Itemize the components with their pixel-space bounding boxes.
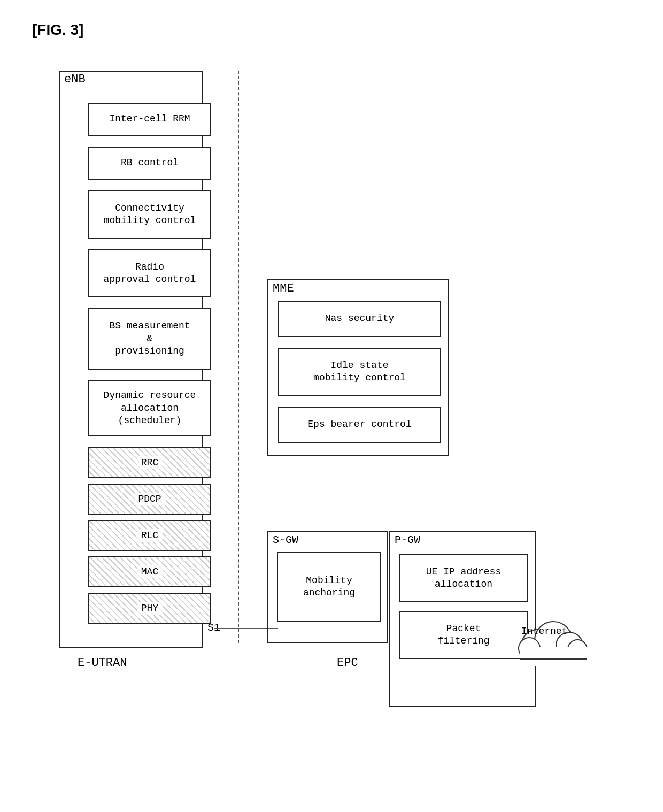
ue-ip-address-label: UE IP address allocation <box>426 566 501 591</box>
s1-dashed-line <box>238 71 239 643</box>
idle-state-label: Idle state mobility control <box>313 359 406 385</box>
radio-approval-label: Radio approval control <box>104 261 196 286</box>
enb-title: eNB <box>64 73 86 86</box>
mac-label: MAC <box>137 565 163 578</box>
eps-bearer-box: Eps bearer control <box>278 407 441 443</box>
nas-security-box: Nas security <box>278 301 441 337</box>
idle-state-box: Idle state mobility control <box>278 348 441 396</box>
packet-filtering-label: Packet filtering <box>437 623 489 648</box>
phy-label: PHY <box>137 602 163 615</box>
page-container: [FIG. 3] eNB Inter-cell RRM RB control C… <box>0 0 663 812</box>
epc-label: EPC <box>337 656 358 670</box>
cloud-svg <box>508 606 591 670</box>
connectivity-mobility-label: Connectivity mobility control <box>104 202 196 227</box>
mobility-anchoring-label: Mobility anchoring <box>303 574 355 600</box>
eps-bearer-label: Eps bearer control <box>307 418 411 431</box>
rlc-label: RLC <box>137 529 163 542</box>
connectivity-mobility-box: Connectivity mobility control <box>88 190 211 239</box>
rb-control-label: RB control <box>121 157 179 169</box>
rb-control-box: RB control <box>88 147 211 180</box>
figure-label: [FIG. 3] <box>32 21 631 39</box>
rrc-box: RRC <box>88 447 211 478</box>
sgw-title: S-GW <box>273 534 298 546</box>
bs-measurement-box: BS measurement & provisioning <box>88 308 211 370</box>
rrc-label: RRC <box>137 456 163 469</box>
eutran-label: E-UTRAN <box>78 656 127 670</box>
pgw-title: P-GW <box>395 534 420 546</box>
ue-ip-address-box: UE IP address allocation <box>399 554 528 602</box>
pdcp-label: PDCP <box>134 493 165 505</box>
internet-cloud: Internet <box>508 606 591 672</box>
bs-measurement-label: BS measurement & provisioning <box>109 320 190 357</box>
mobility-anchoring-box: Mobility anchoring <box>277 552 381 622</box>
nas-security-label: Nas security <box>325 312 395 325</box>
pdcp-box: PDCP <box>88 484 211 515</box>
rlc-box: RLC <box>88 520 211 551</box>
phy-box: PHY <box>88 593 211 624</box>
inter-cell-rrm-box: Inter-cell RRM <box>88 103 211 136</box>
internet-label: Internet <box>521 626 567 637</box>
svg-rect-5 <box>520 647 589 666</box>
radio-approval-box: Radio approval control <box>88 249 211 297</box>
mac-box: MAC <box>88 556 211 587</box>
diagram-area: eNB Inter-cell RRM RB control Connectivi… <box>37 60 626 782</box>
inter-cell-rrm-label: Inter-cell RRM <box>109 113 190 125</box>
dynamic-resource-box: Dynamic resource allocation (scheduler) <box>88 380 211 436</box>
mme-title: MME <box>273 282 294 295</box>
dynamic-resource-label: Dynamic resource allocation (scheduler) <box>104 389 196 427</box>
